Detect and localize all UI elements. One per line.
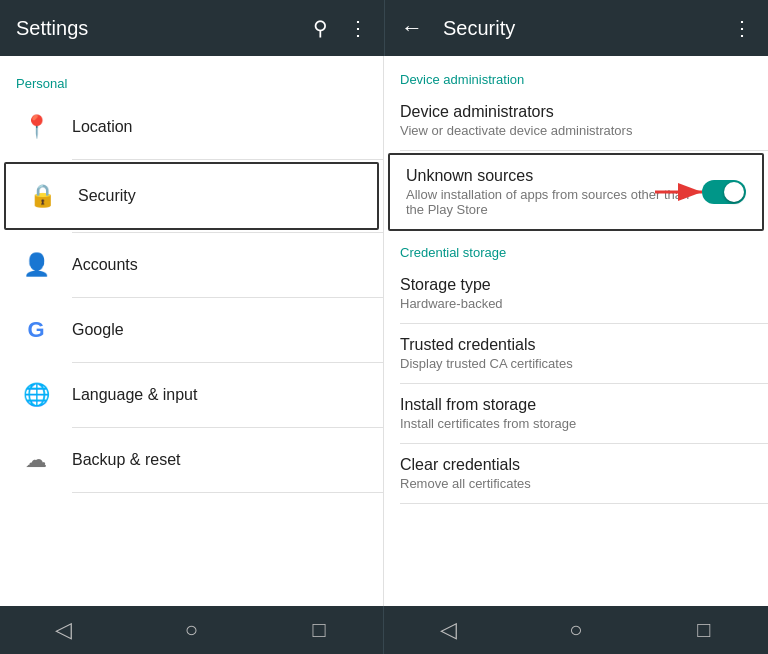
clear-credentials-title: Clear credentials — [400, 456, 752, 474]
back-button[interactable]: ← — [401, 15, 423, 41]
clear-credentials-item[interactable]: Clear credentials Remove all certificate… — [384, 444, 768, 503]
language-label: Language & input — [72, 386, 197, 404]
install-from-storage-title: Install from storage — [400, 396, 752, 414]
device-administrators-title: Device administrators — [400, 103, 752, 121]
storage-type-subtitle: Hardware-backed — [400, 296, 752, 311]
unknown-sources-subtitle: Allow installation of apps from sources … — [406, 187, 690, 217]
settings-left-panel: Personal 📍 Location 🔒 Security 👤 Account… — [0, 56, 384, 606]
unknown-sources-toggle[interactable] — [702, 180, 746, 204]
right-bottom-nav: ◁ ○ □ — [384, 606, 768, 654]
sidebar-item-security[interactable]: 🔒 Security — [4, 162, 379, 230]
google-icon: G — [16, 310, 56, 350]
recents-nav-button[interactable]: □ — [289, 610, 349, 650]
google-label: Google — [72, 321, 124, 339]
sidebar-item-google[interactable]: G Google — [0, 298, 383, 362]
trusted-credentials-item[interactable]: Trusted credentials Display trusted CA c… — [384, 324, 768, 383]
lock-icon: 🔒 — [22, 176, 62, 216]
sidebar-item-backup[interactable]: ☁ Backup & reset — [0, 428, 383, 492]
install-from-storage-subtitle: Install certificates from storage — [400, 416, 752, 431]
sidebar-item-language[interactable]: 🌐 Language & input — [0, 363, 383, 427]
more-options-icon[interactable]: ⋮ — [348, 16, 368, 40]
unknown-sources-item[interactable]: Unknown sources Allow installation of ap… — [388, 153, 764, 231]
left-bottom-nav: ◁ ○ □ — [0, 606, 384, 654]
unknown-sources-title: Unknown sources — [406, 167, 690, 185]
device-administrators-subtitle: View or deactivate device administrators — [400, 123, 752, 138]
backup-label: Backup & reset — [72, 451, 181, 469]
divider — [72, 159, 383, 160]
device-administrators-text: Device administrators View or deactivate… — [400, 103, 752, 138]
security-label: Security — [78, 187, 136, 205]
toggle-knob — [724, 182, 744, 202]
storage-type-title: Storage type — [400, 276, 752, 294]
accounts-label: Accounts — [72, 256, 138, 274]
recents-nav-button-2[interactable]: □ — [674, 610, 734, 650]
clear-credentials-subtitle: Remove all certificates — [400, 476, 752, 491]
sidebar-item-accounts[interactable]: 👤 Accounts — [0, 233, 383, 297]
location-label: Location — [72, 118, 133, 136]
divider — [400, 503, 768, 504]
backup-icon: ☁ — [16, 440, 56, 480]
clear-credentials-text: Clear credentials Remove all certificate… — [400, 456, 752, 491]
security-right-panel: Device administration Device administrat… — [384, 56, 768, 606]
divider — [400, 150, 768, 151]
storage-type-text: Storage type Hardware-backed — [400, 276, 752, 311]
bottom-nav-bar: ◁ ○ □ ◁ ○ □ — [0, 606, 768, 654]
security-title: Security — [443, 17, 720, 40]
red-arrow-annotation — [650, 174, 710, 210]
trusted-credentials-title: Trusted credentials — [400, 336, 752, 354]
location-icon: 📍 — [16, 107, 56, 147]
security-more-icon[interactable]: ⋮ — [732, 16, 752, 40]
trusted-credentials-text: Trusted credentials Display trusted CA c… — [400, 336, 752, 371]
device-administrators-item[interactable]: Device administrators View or deactivate… — [384, 91, 768, 150]
unknown-sources-text: Unknown sources Allow installation of ap… — [406, 167, 690, 217]
divider — [72, 492, 383, 493]
storage-type-item[interactable]: Storage type Hardware-backed — [384, 264, 768, 323]
settings-title: Settings — [16, 17, 313, 40]
security-header: ← Security ⋮ — [384, 0, 768, 56]
settings-header: Settings ⚲ ⋮ — [0, 0, 384, 56]
trusted-credentials-subtitle: Display trusted CA certificates — [400, 356, 752, 371]
language-icon: 🌐 — [16, 375, 56, 415]
search-icon[interactable]: ⚲ — [313, 16, 328, 40]
install-from-storage-text: Install from storage Install certificate… — [400, 396, 752, 431]
device-admin-section-label: Device administration — [384, 60, 768, 91]
home-nav-button[interactable]: ○ — [161, 610, 221, 650]
install-from-storage-item[interactable]: Install from storage Install certificate… — [384, 384, 768, 443]
sidebar-item-location[interactable]: 📍 Location — [0, 95, 383, 159]
personal-section-label: Personal — [0, 64, 383, 95]
accounts-icon: 👤 — [16, 245, 56, 285]
credential-storage-section-label: Credential storage — [384, 233, 768, 264]
back-nav-button[interactable]: ◁ — [34, 610, 94, 650]
home-nav-button-2[interactable]: ○ — [546, 610, 606, 650]
back-nav-button-2[interactable]: ◁ — [418, 610, 478, 650]
